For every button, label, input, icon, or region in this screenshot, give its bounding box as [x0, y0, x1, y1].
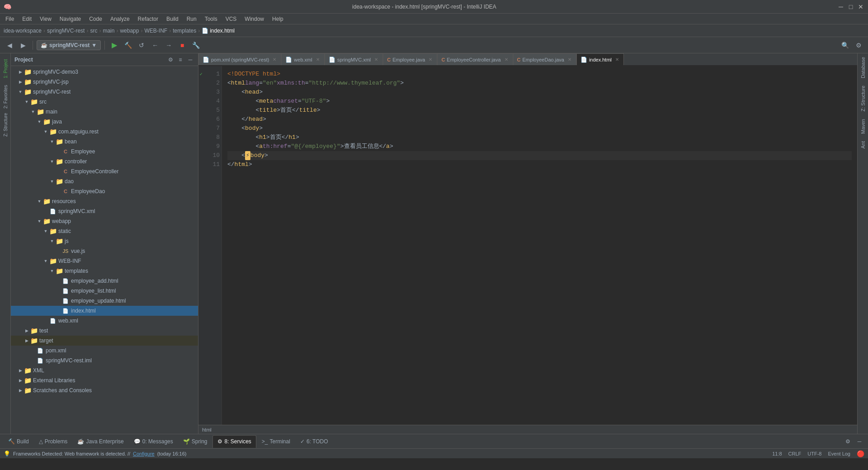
tab-problems[interactable]: △ Problems	[34, 435, 72, 448]
project-settings-btn[interactable]: ⚙	[166, 56, 175, 64]
sidebar-favorites-icon[interactable]: 2: Favorites	[0, 83, 10, 110]
bottom-settings-btn[interactable]: ⚙	[843, 437, 853, 446]
nav-fwd-button[interactable]: →	[163, 39, 175, 51]
tree-item-main[interactable]: ▼📁main	[11, 107, 198, 117]
status-cursor[interactable]: 11:8	[772, 451, 782, 456]
tab-index-html[interactable]: 📄 index.html ✕	[576, 53, 624, 65]
event-log-btn[interactable]: Event Log	[828, 451, 850, 456]
tab-build[interactable]: 🔨 Build	[4, 435, 33, 448]
tab-messages[interactable]: 💬 0: Messages	[129, 435, 178, 448]
tree-item-springmvc-rest-iml[interactable]: 📄springMVC-rest.iml	[11, 356, 198, 366]
status-charset[interactable]: UTF-8	[807, 451, 821, 456]
stop-button[interactable]: ■	[176, 39, 188, 51]
tab-pom-xml[interactable]: 📄 pom.xml (springMVC-rest) ✕	[198, 53, 281, 65]
back-button[interactable]: ◀	[4, 39, 15, 51]
tab-services[interactable]: ⚙ 8: Services	[212, 435, 256, 448]
build-button[interactable]: 🔨	[122, 39, 134, 51]
tab-employeecontroller-java[interactable]: C EmployeeController.java ✕	[437, 53, 513, 65]
tab-java-enterprise[interactable]: ☕ Java Enterprise	[73, 435, 128, 448]
menu-analyze[interactable]: Analyze	[107, 15, 133, 23]
tree-item-static[interactable]: ▼📁static	[11, 226, 198, 236]
tab-employee-java[interactable]: C Employee.java ✕	[383, 53, 437, 65]
project-tree[interactable]: ▶📁springMVC-demo3▶📁springMVC-jsp▼📁spring…	[11, 66, 198, 434]
tab-close-web-xml[interactable]: ✕	[315, 57, 321, 62]
nav-back-button[interactable]: ←	[149, 39, 161, 51]
tab-todo[interactable]: ✓ 6: TODO	[296, 435, 333, 448]
menu-refactor[interactable]: Refactor	[134, 15, 162, 23]
menu-file[interactable]: File	[2, 15, 18, 23]
run-button[interactable]: ▶	[108, 39, 120, 51]
tree-item-employee-add-html[interactable]: 📄employee_add.html	[11, 276, 198, 286]
bc-webinf[interactable]: WEB-INF	[144, 28, 167, 34]
tree-item-target[interactable]: ▶📁target	[11, 336, 198, 346]
tree-item-springmvc-rest[interactable]: ▼📁springMVC-rest	[11, 87, 198, 97]
tree-item-employeecontroller[interactable]: CEmployeeController	[11, 166, 198, 176]
tree-item-src[interactable]: ▼📁src	[11, 97, 198, 107]
tab-web-xml[interactable]: 📄 web.xml ✕	[281, 53, 324, 65]
menu-vcs[interactable]: VCS	[222, 15, 241, 23]
tree-item-index-html[interactable]: 📄index.html	[11, 306, 198, 316]
settings-gear-button[interactable]: ⚙	[853, 39, 864, 51]
bc-webapp[interactable]: webapp	[120, 28, 139, 34]
sidebar-z-structure[interactable]: Z: Structure	[859, 84, 867, 113]
tree-item-employeedao[interactable]: CEmployeeDao	[11, 186, 198, 196]
tree-item-com-atguigu-rest[interactable]: ▼📁com.atguigu.rest	[11, 127, 198, 137]
menu-build[interactable]: Build	[163, 15, 182, 23]
tab-employeedao-java[interactable]: C EmployeeDao.java ✕	[513, 53, 576, 65]
tree-item-employee[interactable]: CEmployee	[11, 147, 198, 157]
tree-item-external-libraries[interactable]: ▶📁External Libraries	[11, 375, 198, 385]
menu-code[interactable]: Code	[85, 15, 106, 23]
tree-item-scratches-and-consoles[interactable]: ▶📁Scratches and Consoles	[11, 385, 198, 395]
close-button[interactable]: ✕	[857, 3, 864, 10]
bc-src[interactable]: src	[90, 28, 97, 34]
tree-item-java[interactable]: ▼📁java	[11, 117, 198, 127]
sidebar-ant[interactable]: Ant	[859, 139, 867, 151]
tree-item-employee-list-html[interactable]: 📄employee_list.html	[11, 286, 198, 296]
tree-item-springmvc-xml[interactable]: 📄springMVC.xml	[11, 206, 198, 216]
tab-terminal[interactable]: >_ Terminal	[257, 435, 295, 448]
notification-configure-link[interactable]: Configure	[133, 451, 155, 456]
tree-item-webapp[interactable]: ▼📁webapp	[11, 216, 198, 226]
sidebar-project-icon[interactable]: 1: Project	[0, 55, 10, 82]
menu-run[interactable]: Run	[183, 15, 200, 23]
menu-edit[interactable]: Edit	[19, 15, 35, 23]
sidebar-structure-icon[interactable]: Z: Structure	[0, 111, 10, 138]
tree-item-employee-update-html[interactable]: 📄employee_update.html	[11, 296, 198, 306]
reload-button[interactable]: ↺	[136, 39, 147, 51]
settings-button[interactable]: 🔧	[190, 39, 202, 51]
menu-navigate[interactable]: Navigate	[56, 15, 85, 23]
tab-close-employeecontroller[interactable]: ✕	[504, 57, 509, 62]
tree-item-controller[interactable]: ▼📁controller	[11, 157, 198, 166]
bc-workspace[interactable]: idea-workspace	[4, 28, 42, 34]
project-expand-btn[interactable]: ≡	[176, 56, 184, 64]
status-crlf[interactable]: CRLF	[788, 451, 802, 456]
tab-springmvc-xml[interactable]: 📄 springMVC.xml ✕	[325, 53, 383, 65]
tab-close-index-html[interactable]: ✕	[614, 57, 620, 62]
tree-item-bean[interactable]: ▼📁bean	[11, 137, 198, 147]
bc-springmvc-rest[interactable]: springMVC-rest	[47, 28, 85, 34]
tree-item-springmvc-jsp[interactable]: ▶📁springMVC-jsp	[11, 77, 198, 87]
tree-item-dao[interactable]: ▼📁dao	[11, 176, 198, 186]
menu-window[interactable]: Window	[241, 15, 268, 23]
tab-close-employee[interactable]: ✕	[428, 57, 433, 62]
tree-item-test[interactable]: ▶📁test	[11, 326, 198, 336]
sidebar-database[interactable]: Database	[859, 55, 867, 80]
bc-main[interactable]: main	[103, 28, 114, 34]
bc-templates[interactable]: templates	[173, 28, 196, 34]
forward-button[interactable]: ▶	[17, 39, 29, 51]
maximize-button[interactable]: □	[847, 3, 854, 10]
menu-help[interactable]: Help	[269, 15, 287, 23]
tab-close-employeedao[interactable]: ✕	[567, 57, 572, 62]
menu-view[interactable]: View	[36, 15, 55, 23]
bottom-close-btn[interactable]: ─	[854, 437, 864, 446]
code-content[interactable]: <!DOCTYPE html> <html lang="en" xmlns:th…	[222, 66, 857, 425]
tree-item-js[interactable]: ▼📁js	[11, 236, 198, 246]
tree-item-web-inf[interactable]: ▼📁WEB-INF	[11, 256, 198, 266]
tree-item-vue-js[interactable]: JSvue.js	[11, 246, 198, 256]
tab-close-springmvc-xml[interactable]: ✕	[373, 57, 379, 62]
tree-item-xml[interactable]: ▶📁XML	[11, 366, 198, 375]
tree-item-resources[interactable]: ▼📁resources	[11, 196, 198, 206]
tree-item-pom-xml[interactable]: 📄pom.xml	[11, 346, 198, 356]
tree-item-templates[interactable]: ▼📁templates	[11, 266, 198, 276]
minimize-button[interactable]: ─	[837, 3, 844, 10]
